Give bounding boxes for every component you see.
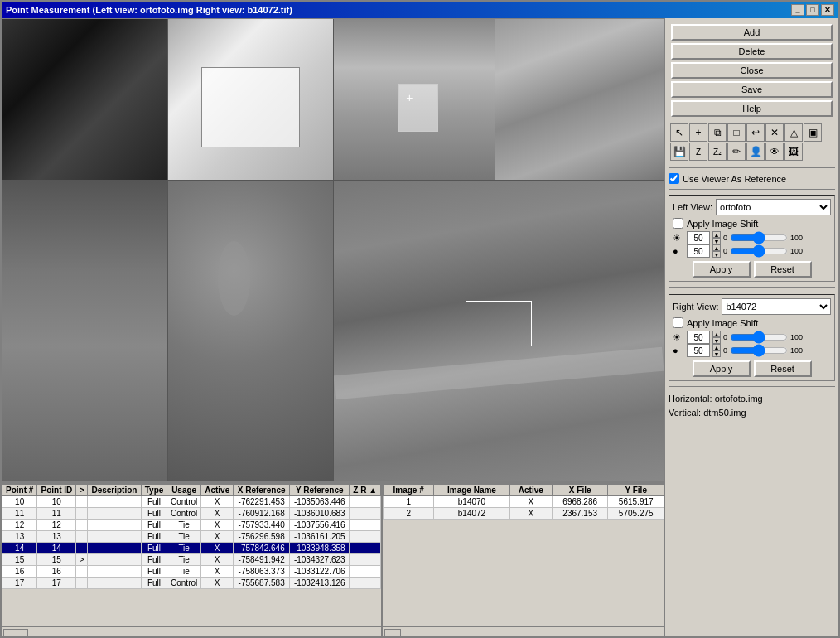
left-brightness-slider[interactable] <box>730 233 788 243</box>
use-viewer-ref-checkbox[interactable] <box>669 173 679 184</box>
right-brightness-down[interactable]: ▼ <box>712 337 721 344</box>
col-usage[interactable]: Usage <box>167 485 201 496</box>
undo-tool[interactable]: ↩ <box>746 123 765 142</box>
left-brightness-spin[interactable] <box>687 231 710 244</box>
left-table-cell: -1033948.358 <box>290 543 350 554</box>
left-contrast-row: ● ▲ ▼ 0 100 <box>673 244 831 258</box>
cross-tool[interactable]: + <box>689 123 707 142</box>
col-type[interactable]: Type <box>141 485 167 496</box>
col-point-num[interactable]: Point # <box>2 485 37 496</box>
left-apply-shift-checkbox[interactable] <box>673 218 683 229</box>
col-active[interactable]: Active <box>201 485 234 496</box>
help-button[interactable]: Help <box>671 100 833 117</box>
image-top-mid-right[interactable]: + <box>334 19 495 180</box>
right-contrast-slider[interactable] <box>730 346 788 355</box>
col-x-ref[interactable]: X Reference <box>234 485 290 496</box>
left-table-cell: -758491.942 <box>234 554 290 566</box>
left-table-row[interactable]: 1515>FullTieX-758491.942-1034327.623 <box>2 554 381 566</box>
minimize-button[interactable]: _ <box>791 4 804 16</box>
right-table-scroll[interactable]: Image # Image Name Active X File Y File … <box>383 484 664 626</box>
pencil-tool[interactable]: ✏ <box>727 143 746 161</box>
add-button[interactable]: Add <box>671 24 833 41</box>
triangle-tool[interactable]: △ <box>784 123 803 142</box>
delete-button[interactable]: Delete <box>671 43 833 60</box>
right-apply-shift-checkbox[interactable] <box>673 317 683 328</box>
image-tool[interactable]: 🖼 <box>784 143 803 161</box>
right-table-row[interactable]: 1b14070X6968.2865615.917 <box>384 496 664 508</box>
right-view-label-row: Right View: b14072 <box>673 298 831 315</box>
right-reset-button[interactable]: Reset <box>754 360 812 377</box>
left-contrast-down[interactable]: ▼ <box>712 251 721 258</box>
col-x-file[interactable]: X File <box>552 485 608 496</box>
col-img-active[interactable]: Active <box>509 485 552 496</box>
left-table-row[interactable]: 1313FullTieX-756296.598-1036161.205 <box>2 531 381 543</box>
image-top-right[interactable] <box>495 19 664 180</box>
close-button[interactable]: ✕ <box>821 4 834 16</box>
left-table-cell: 11 <box>2 508 37 520</box>
right-table-row[interactable]: 2b14072X2367.1535705.275 <box>384 508 664 520</box>
right-brightness-slider[interactable] <box>730 332 788 342</box>
z-tool[interactable]: Z <box>689 143 707 161</box>
col-img-num[interactable]: Image # <box>384 485 434 496</box>
right-brightness-up[interactable]: ▲ <box>712 331 721 337</box>
square2-tool[interactable]: ▣ <box>804 123 822 142</box>
copy-tool[interactable]: ⧉ <box>708 123 727 142</box>
close-button-panel[interactable]: Close <box>671 62 833 79</box>
right-table-cell: 5705.275 <box>608 508 664 520</box>
left-brightness-down[interactable]: ▼ <box>712 238 721 244</box>
image-top-left[interactable] <box>2 19 168 180</box>
image-bottom-left[interactable] <box>2 181 168 481</box>
left-table-cell: 10 <box>2 496 37 508</box>
right-table-hscroll[interactable] <box>383 626 664 636</box>
left-table-row[interactable]: 1010FullControlX-762291.453-1035063.446 <box>2 496 381 508</box>
left-brightness-arrows: ▲ ▼ <box>712 231 721 244</box>
left-table-cell: Full <box>141 508 167 520</box>
right-contrast-up[interactable]: ▲ <box>712 344 721 350</box>
square-tool[interactable]: □ <box>727 123 746 142</box>
left-contrast-slider[interactable] <box>730 246 788 256</box>
left-table-row[interactable]: 1212FullTieX-757933.440-1037556.416 <box>2 520 381 531</box>
left-table-cell: 16 <box>37 566 76 578</box>
right-table-cell: 5615.917 <box>608 496 664 508</box>
col-y-file[interactable]: Y File <box>608 485 664 496</box>
horizontal-status: Horizontal: ortofoto.img <box>669 394 835 404</box>
col-gt[interactable]: > <box>76 485 87 496</box>
left-table-cell: -755687.583 <box>234 578 290 589</box>
col-zr[interactable]: Z R ▲ <box>350 485 381 496</box>
arrow-tool[interactable]: ↖ <box>670 123 688 142</box>
left-contrast-spin[interactable] <box>687 244 710 258</box>
left-table-scroll[interactable]: Point # Point ID > Description Type Usag… <box>2 484 381 626</box>
col-desc[interactable]: Description <box>87 485 141 496</box>
eye-tool[interactable]: 👁 <box>765 143 784 161</box>
left-table-cell: Full <box>141 531 167 543</box>
right-contrast-spin[interactable] <box>687 344 710 357</box>
maximize-button[interactable]: □ <box>806 4 819 16</box>
left-table-row[interactable]: 1414FullTieX-757842.646-1033948.358 <box>2 543 381 554</box>
left-table-row[interactable]: 1111FullControlX-760912.168-1036010.683 <box>2 508 381 520</box>
col-img-name[interactable]: Image Name <box>434 485 509 496</box>
col-point-id[interactable]: Point ID <box>37 485 76 496</box>
person-tool[interactable]: 👤 <box>746 143 765 161</box>
save-button[interactable]: Save <box>671 81 833 98</box>
image-bottom-large[interactable] <box>334 181 664 481</box>
left-table-row[interactable]: 1616FullTieX-758063.373-1033122.706 <box>2 566 381 578</box>
image-bottom-mid[interactable] <box>168 181 334 481</box>
left-table-hscroll[interactable] <box>2 626 381 636</box>
left-view-select[interactable]: ortofoto <box>716 199 831 215</box>
right-apply-button[interactable]: Apply <box>693 360 751 377</box>
right-brightness-spin[interactable] <box>687 331 710 344</box>
col-y-ref[interactable]: Y Reference <box>290 485 350 496</box>
left-brightness-up[interactable]: ▲ <box>712 231 721 238</box>
image-top-mid-left[interactable] <box>168 19 334 180</box>
right-view-select[interactable]: b14072 <box>722 298 831 315</box>
left-table-cell: -1036161.205 <box>290 531 350 543</box>
left-apply-button[interactable]: Apply <box>693 261 751 278</box>
right-contrast-down[interactable]: ▼ <box>712 350 721 357</box>
z2-tool[interactable]: Z₂ <box>708 143 727 161</box>
save-tool[interactable]: 💾 <box>670 143 688 161</box>
left-reset-button[interactable]: Reset <box>754 261 812 278</box>
left-contrast-up[interactable]: ▲ <box>712 244 721 251</box>
left-table-row[interactable]: 1717FullControlX-755687.583-1032413.126 <box>2 578 381 589</box>
left-data-table: Point # Point ID > Description Type Usag… <box>2 484 381 589</box>
delete-tool[interactable]: ✕ <box>765 123 784 142</box>
